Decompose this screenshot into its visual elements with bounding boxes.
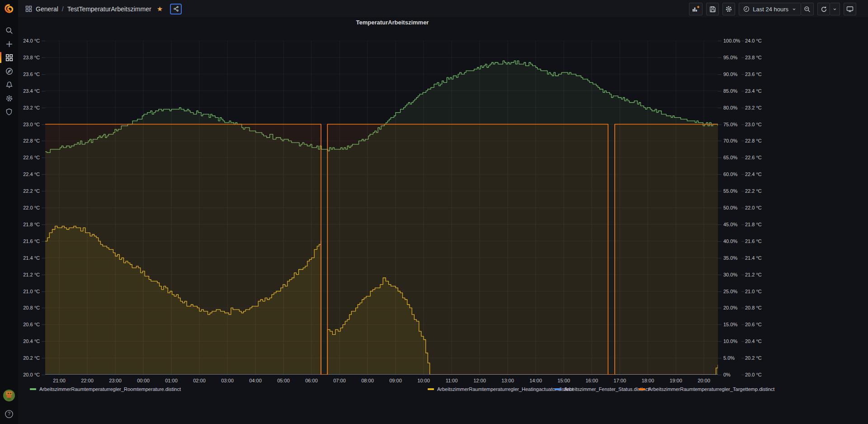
legend-item[interactable]: ArbeitszimmerRaumtemperaturregler_Heatin… (428, 386, 573, 392)
axis-label: 45.0% (723, 222, 737, 227)
axis-label: 18:00 (638, 378, 658, 383)
axis-label: 23.0 °C (745, 122, 762, 127)
dashboard-settings-button[interactable] (722, 3, 735, 15)
axis-label: 85.0% (723, 88, 737, 94)
grafana-app: ? General / TestTemperaturArbeitszimmer … (0, 0, 868, 424)
axis-label: 01:00 (161, 378, 181, 383)
legend-item[interactable]: ArbeitszimmerRaumtemperaturregler_Roomte… (30, 386, 181, 392)
axis-label: 40.0% (723, 238, 737, 244)
tv-icon (846, 5, 854, 13)
legend-label: ArbeitszimmerRaumtemperaturregler_Heatin… (437, 386, 573, 392)
breadcrumb: General / TestTemperaturArbeitszimmer ★ (25, 4, 182, 14)
sidebar-item-explore[interactable] (0, 64, 18, 78)
legend-item[interactable]: Arbeitszimmer_Fenster_Status.distinct (555, 386, 649, 392)
axis-label: 05:00 (274, 378, 293, 383)
shield-icon (5, 108, 13, 115)
compass-icon (5, 67, 13, 75)
plus-icon (5, 40, 13, 48)
axis-label: 02:00 (189, 378, 209, 383)
axis-label: 23.6 °C (745, 71, 762, 77)
axis-label: 95.0% (723, 55, 737, 60)
axis-label: 30.0% (723, 272, 737, 277)
axis-label: 21.8 °C (745, 222, 762, 227)
chevron-down-icon (832, 7, 837, 12)
axis-label: 21:00 (49, 378, 69, 383)
sidebar-item-dashboards[interactable] (0, 51, 18, 64)
axis-label: 23:00 (105, 378, 125, 383)
clock-icon (743, 6, 750, 12)
add-panel-icon (692, 5, 700, 13)
axis-label: 16:00 (582, 378, 602, 383)
grafana-logo[interactable] (0, 0, 18, 18)
sidebar-item-configuration[interactable] (0, 91, 18, 105)
legend-swatch (555, 388, 561, 390)
axis-label: 20.8 °C (745, 305, 762, 310)
breadcrumb-section[interactable]: General (36, 5, 58, 13)
axis-label: 22.4 °C (745, 172, 762, 177)
axis-label: 06:00 (302, 378, 321, 383)
axis-label: 55.0% (723, 188, 737, 194)
axis-label: 10.0% (723, 338, 737, 344)
axis-label: 23.8 °C (745, 55, 762, 60)
axis-label: 13:00 (498, 378, 518, 383)
time-range-label: Last 24 hours (753, 6, 788, 13)
toolbar: Last 24 hours (689, 3, 856, 15)
axis-label: 0% (723, 372, 731, 377)
add-panel-button[interactable] (689, 3, 703, 15)
legend-item[interactable]: ArbeitszimmerRaumtemperaturregler_Target… (639, 386, 774, 392)
axis-label: 5.0% (723, 355, 735, 361)
gear-icon (725, 5, 732, 13)
zoom-out-button[interactable] (801, 3, 814, 15)
axis-label: 23.4 °C (745, 88, 762, 94)
sidebar-item-alerting[interactable] (0, 78, 18, 91)
breadcrumb-separator: / (62, 5, 64, 13)
axis-label: 20.2 °C (745, 355, 762, 361)
axis-label: 17:00 (610, 378, 630, 383)
axis-label: 25.0% (723, 289, 737, 294)
time-range-picker[interactable]: Last 24 hours (739, 3, 801, 15)
favorite-star-icon[interactable]: ★ (157, 5, 163, 13)
sidebar-item-search[interactable] (0, 24, 18, 37)
search-icon (5, 27, 13, 34)
navbar: General / TestTemperaturArbeitszimmer ★ (18, 0, 868, 18)
cycle-view-mode-button[interactable] (844, 3, 856, 15)
axis-label: 12:00 (470, 378, 490, 383)
refresh-button[interactable] (817, 3, 830, 15)
axis-label: 21.4 °C (745, 255, 762, 261)
zoom-out-icon (804, 6, 811, 13)
refresh-interval-dropdown[interactable] (830, 3, 840, 15)
axis-label: 22.2 °C (745, 188, 762, 194)
share-button[interactable] (170, 4, 182, 14)
axis-label: 75.0% (723, 122, 737, 127)
timeseries-plot[interactable] (45, 41, 718, 375)
axis-label: 22.8 °C (745, 138, 762, 143)
axis-label: 21.0 °C (745, 289, 762, 294)
chevron-down-icon (792, 7, 797, 12)
axis-label: 60.0% (723, 172, 737, 177)
refresh-icon (821, 6, 827, 13)
bell-icon (5, 81, 13, 89)
breadcrumb-title[interactable]: TestTemperaturArbeitszimmer (67, 5, 151, 13)
sidebar-item-server-admin[interactable] (0, 105, 18, 119)
axis-label: 09:00 (386, 378, 406, 383)
axis-label: 20:00 (694, 378, 714, 383)
help-icon[interactable]: ? (5, 410, 14, 419)
sidebar-item-create[interactable] (0, 37, 18, 51)
axis-label: 15:00 (554, 378, 574, 383)
panel-title[interactable]: TemperaturArbeitszimmer (22, 19, 763, 26)
user-avatar[interactable] (3, 390, 15, 401)
axis-label: 22:00 (77, 378, 97, 383)
axis-label: 07:00 (330, 378, 349, 383)
axis-label: 50.0% (723, 205, 737, 210)
dashboard-squares-icon (25, 5, 32, 12)
legend-label: ArbeitszimmerRaumtemperaturregler_Roomte… (39, 386, 181, 392)
axis-label: 20.4 °C (745, 338, 762, 344)
axis-label: 03:00 (217, 378, 237, 383)
axis-label: 90.0% (723, 71, 737, 77)
axis-label: 20.6 °C (745, 322, 762, 327)
axis-label: 24.0 °C (745, 38, 762, 43)
axis-label: 35.0% (723, 255, 737, 261)
axis-label: 23.2 °C (745, 105, 762, 110)
save-dashboard-button[interactable] (706, 3, 719, 15)
share-icon (173, 6, 179, 12)
